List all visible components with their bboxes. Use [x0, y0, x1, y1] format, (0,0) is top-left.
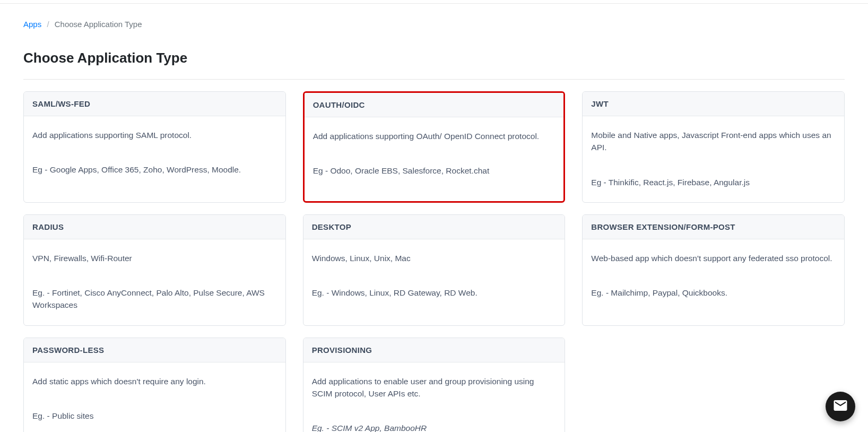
- card-example: Eg - Google Apps, Office 365, Zoho, Word…: [32, 163, 277, 176]
- divider: [23, 79, 845, 80]
- card-description: Add static apps which doesn't require an…: [32, 375, 277, 387]
- card-desktop[interactable]: DESKTOP Windows, Linux, Unix, Mac Eg. - …: [303, 214, 566, 326]
- card-title: RADIUS: [24, 215, 285, 239]
- card-title: PASSWORD-LESS: [24, 338, 285, 362]
- card-example: Eg. - SCIM v2 App, BambooHR: [312, 422, 557, 432]
- breadcrumb: Apps / Choose Application Type: [23, 20, 845, 29]
- card-browser-extension[interactable]: BROWSER EXTENSION/FORM-POST Web-based ap…: [582, 214, 845, 326]
- card-description: Add applications supporting SAML protoco…: [32, 129, 277, 141]
- card-title: SAML/WS-FED: [24, 92, 285, 116]
- breadcrumb-separator: /: [47, 20, 49, 29]
- card-example: Eg. - Fortinet, Cisco AnyConnect, Palo A…: [32, 287, 277, 312]
- card-example: Eg. - Public sites: [32, 410, 277, 422]
- card-title: PROVISIONING: [303, 338, 565, 362]
- card-jwt[interactable]: JWT Mobile and Native apps, Javascript F…: [582, 91, 845, 203]
- card-description: Web-based app which doesn't support any …: [591, 252, 836, 264]
- card-description: Add applications to enable user and grou…: [312, 375, 557, 400]
- card-example: Eg. - Mailchimp, Paypal, Quickbooks.: [591, 287, 836, 299]
- breadcrumb-root-link[interactable]: Apps: [23, 20, 41, 29]
- card-title: JWT: [583, 92, 844, 116]
- card-example: Eg - Odoo, Oracle EBS, Salesforce, Rocke…: [313, 165, 555, 177]
- card-example: Eg. - Windows, Linux, RD Gateway, RD Web…: [312, 287, 557, 299]
- card-description: Mobile and Native apps, Javascript Front…: [591, 129, 836, 154]
- card-description: Windows, Linux, Unix, Mac: [312, 252, 557, 264]
- card-title: OAUTH/OIDC: [305, 93, 564, 117]
- chat-button[interactable]: [826, 392, 855, 421]
- card-example: Eg - Thinkific, React.js, Firebase, Angu…: [591, 176, 836, 188]
- card-password-less[interactable]: PASSWORD-LESS Add static apps which does…: [23, 338, 286, 433]
- card-oauth-oidc[interactable]: OAUTH/OIDC Add applications supporting O…: [303, 91, 566, 203]
- card-provisioning[interactable]: PROVISIONING Add applications to enable …: [303, 338, 566, 433]
- app-type-grid: SAML/WS-FED Add applications supporting …: [23, 91, 845, 432]
- mail-icon: [832, 398, 848, 416]
- card-description: VPN, Firewalls, Wifi-Router: [32, 252, 277, 264]
- breadcrumb-current: Choose Application Type: [55, 20, 142, 29]
- card-saml-ws-fed[interactable]: SAML/WS-FED Add applications supporting …: [23, 91, 286, 203]
- card-title: DESKTOP: [303, 215, 565, 239]
- page-title: Choose Application Type: [23, 50, 845, 66]
- card-title: BROWSER EXTENSION/FORM-POST: [583, 215, 844, 239]
- card-description: Add applications supporting OAuth/ OpenI…: [313, 130, 555, 142]
- card-radius[interactable]: RADIUS VPN, Firewalls, Wifi-Router Eg. -…: [23, 214, 286, 326]
